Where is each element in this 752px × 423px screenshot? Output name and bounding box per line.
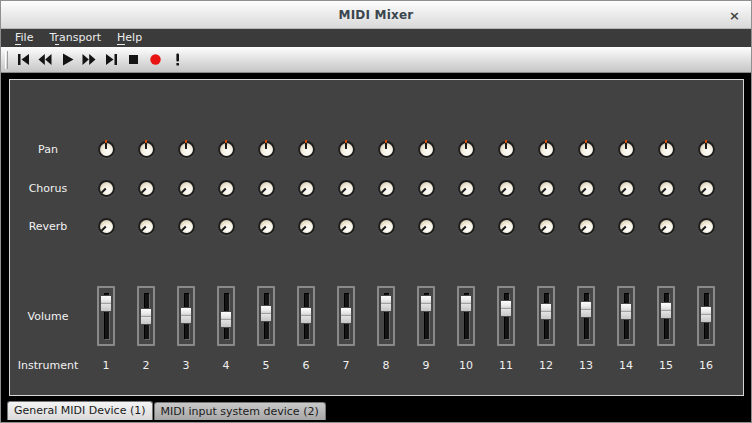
slider-handle[interactable] <box>340 307 352 324</box>
instrument-number-ch4: 4 <box>223 359 230 372</box>
chorus-knob-ch4[interactable] <box>218 180 235 197</box>
volume-slider-ch5[interactable] <box>257 286 275 346</box>
titlebar[interactable]: MIDI Mixer × <box>1 1 751 29</box>
volume-slider-ch1[interactable] <box>97 286 115 346</box>
knob-indicator <box>294 176 318 200</box>
slider-handle[interactable] <box>460 295 472 312</box>
pan-knob-ch14[interactable] <box>618 141 635 158</box>
menu-transport[interactable]: Transport <box>41 30 109 46</box>
reverb-knob-ch9[interactable] <box>418 218 435 235</box>
reverb-knob-ch10[interactable] <box>458 218 475 235</box>
pan-knob-ch5[interactable] <box>258 141 275 158</box>
pan-knob-ch4[interactable] <box>218 141 235 158</box>
slider-handle[interactable] <box>580 301 592 318</box>
volume-slider-ch12[interactable] <box>537 286 555 346</box>
chorus-knob-ch7[interactable] <box>338 180 355 197</box>
reverb-knob-ch2[interactable] <box>138 218 155 235</box>
reverb-knob-ch15[interactable] <box>658 218 675 235</box>
reverb-knob-ch5[interactable] <box>258 218 275 235</box>
slider-handle[interactable] <box>140 308 152 325</box>
skip-to-end-button[interactable] <box>100 49 122 71</box>
pan-knob-ch11[interactable] <box>498 141 515 158</box>
chorus-knob-ch5[interactable] <box>258 180 275 197</box>
reverb-knob-ch4[interactable] <box>218 218 235 235</box>
rewind-button[interactable] <box>34 49 56 71</box>
volume-slider-ch2[interactable] <box>137 286 155 346</box>
play-button[interactable] <box>56 49 78 71</box>
reverb-knob-ch14[interactable] <box>618 218 635 235</box>
skip-to-start-button[interactable] <box>12 49 34 71</box>
knob-center-tick <box>545 140 547 143</box>
slider-handle[interactable] <box>100 295 112 312</box>
chorus-knob-ch3[interactable] <box>178 180 195 197</box>
slider-handle[interactable] <box>540 303 552 320</box>
pan-knob-ch9[interactable] <box>418 141 435 158</box>
chorus-knob-ch8[interactable] <box>378 180 395 197</box>
slider-handle[interactable] <box>300 307 312 324</box>
chorus-knob-ch9[interactable] <box>418 180 435 197</box>
stop-button[interactable] <box>122 49 144 71</box>
volume-slider-ch3[interactable] <box>177 286 195 346</box>
chorus-knob-ch16[interactable] <box>698 180 715 197</box>
record-button[interactable] <box>144 49 166 71</box>
pan-knob-ch12[interactable] <box>538 141 555 158</box>
pan-knob-ch1[interactable] <box>98 141 115 158</box>
chorus-knob-ch15[interactable] <box>658 180 675 197</box>
chorus-knob-ch2[interactable] <box>138 180 155 197</box>
chorus-knob-ch13[interactable] <box>578 180 595 197</box>
chorus-knob-ch11[interactable] <box>498 180 515 197</box>
pan-knob-ch2[interactable] <box>138 141 155 158</box>
chorus-knob-ch14[interactable] <box>618 180 635 197</box>
pan-knob-ch8[interactable] <box>378 141 395 158</box>
chorus-knob-ch1[interactable] <box>98 180 115 197</box>
pan-knob-ch3[interactable] <box>178 141 195 158</box>
reverb-knob-ch16[interactable] <box>698 218 715 235</box>
slider-handle[interactable] <box>420 295 432 312</box>
volume-slider-ch4[interactable] <box>217 286 235 346</box>
volume-slider-ch16[interactable] <box>697 286 715 346</box>
pan-knob-ch7[interactable] <box>338 141 355 158</box>
chorus-knob-ch10[interactable] <box>458 180 475 197</box>
volume-slider-ch7[interactable] <box>337 286 355 346</box>
pan-knob-ch13[interactable] <box>578 141 595 158</box>
panic-button[interactable] <box>166 49 188 71</box>
volume-slider-ch8[interactable] <box>377 286 395 346</box>
chorus-knob-ch6[interactable] <box>298 180 315 197</box>
chorus-knob-ch12[interactable] <box>538 180 555 197</box>
slider-handle[interactable] <box>700 306 712 323</box>
device-tab-2[interactable]: MIDI input system device (2) <box>154 402 326 420</box>
slider-handle[interactable] <box>500 300 512 317</box>
pan-knob-ch6[interactable] <box>298 141 315 158</box>
reverb-knob-ch7[interactable] <box>338 218 355 235</box>
pan-knob-ch10[interactable] <box>458 141 475 158</box>
volume-slider-ch10[interactable] <box>457 286 475 346</box>
reverb-knob-ch13[interactable] <box>578 218 595 235</box>
reverb-knob-ch11[interactable] <box>498 218 515 235</box>
reverb-knob-ch1[interactable] <box>98 218 115 235</box>
device-tab-1[interactable]: General MIDI Device (1) <box>7 401 153 420</box>
menu-file[interactable]: File <box>7 30 41 46</box>
volume-slider-ch14[interactable] <box>617 286 635 346</box>
slider-handle[interactable] <box>220 311 232 328</box>
toolbar-grip-handle[interactable] <box>5 51 8 69</box>
volume-slider-ch6[interactable] <box>297 286 315 346</box>
reverb-knob-ch12[interactable] <box>538 218 555 235</box>
menu-help[interactable]: Help <box>109 30 150 46</box>
pan-knob-ch15[interactable] <box>658 141 675 158</box>
volume-slider-ch9[interactable] <box>417 286 435 346</box>
slider-handle[interactable] <box>660 302 672 319</box>
slider-handle[interactable] <box>260 305 272 322</box>
volume-slider-ch13[interactable] <box>577 286 595 346</box>
volume-slider-ch11[interactable] <box>497 286 515 346</box>
reverb-knob-ch3[interactable] <box>178 218 195 235</box>
reverb-knob-ch6[interactable] <box>298 218 315 235</box>
slider-handle[interactable] <box>180 307 192 324</box>
slider-handle[interactable] <box>620 303 632 320</box>
fast-forward-button[interactable] <box>78 49 100 71</box>
reverb-knob-ch8[interactable] <box>378 218 395 235</box>
slider-handle[interactable] <box>380 295 392 312</box>
channel-cell: 8 <box>366 359 406 372</box>
close-button[interactable]: × <box>729 8 740 21</box>
pan-knob-ch16[interactable] <box>698 141 715 158</box>
volume-slider-ch15[interactable] <box>657 286 675 346</box>
